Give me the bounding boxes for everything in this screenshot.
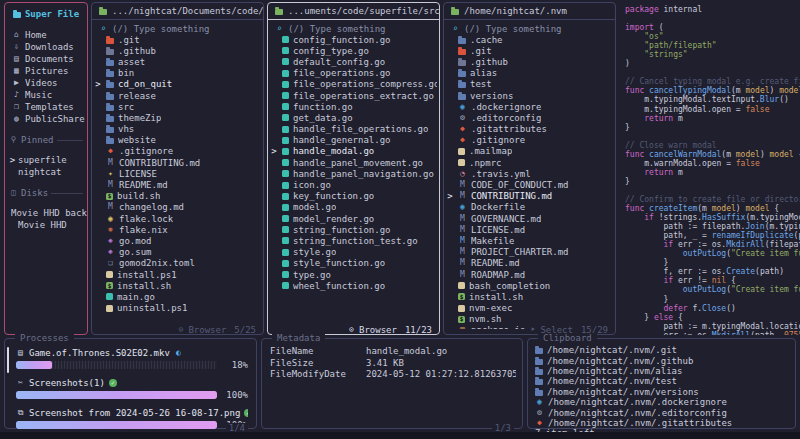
pinned-item-nightcat[interactable]: nightcat <box>9 166 83 178</box>
sidebar-item-downloads[interactable]: ⇩Downloads <box>9 41 83 53</box>
file-row[interactable]: MREADME.md <box>446 258 613 269</box>
file-row[interactable]: MCODE_OF_CONDUCT.md <box>446 179 613 190</box>
clipboard-item[interactable]: /home/nightcat/.nvm/alias <box>535 366 789 376</box>
file-row[interactable]: ◆.gitignore <box>94 146 261 157</box>
sidebar-item-templates[interactable]: ❒Templates <box>9 101 83 113</box>
file-row[interactable]: icon.go <box>270 179 437 190</box>
file-row[interactable]: file_operations_extract.go <box>270 90 437 101</box>
clipboard-item[interactable]: /home/nightcat/.nvm/test <box>535 376 789 386</box>
file-row[interactable]: key_function.go <box>270 191 437 202</box>
clipboard-item[interactable]: /home/nightcat/.nvm/versions <box>535 387 789 397</box>
file-row[interactable]: .mailmap <box>446 146 613 157</box>
clipboard-item[interactable]: /home/nightcat/.nvm/.git <box>535 345 789 355</box>
file-row[interactable]: ✦LICENSE <box>94 168 261 179</box>
disk-item-movie-hhd[interactable]: Movie HHD <box>9 219 83 231</box>
file-row[interactable]: MROADMAP.md <box>446 269 613 280</box>
file-row[interactable]: >cd_on_quit <box>94 79 261 90</box>
file-row[interactable]: .github <box>94 45 261 56</box>
clipboard-item[interactable]: ⚙/home/nightcat/.nvm/.editorconfig <box>535 407 789 417</box>
file-row[interactable]: handle_file_operations.go <box>270 124 437 135</box>
file-row[interactable]: >handle_modal.go <box>270 146 437 157</box>
process-entry[interactable]: ▤Game.of.Thrones.S02E02.mkv◐18% <box>16 347 248 370</box>
sidebar-item-home[interactable]: ⌂Home <box>9 29 83 41</box>
file-row[interactable]: asset <box>94 56 261 67</box>
file-row[interactable]: ◆.gitignore <box>446 135 613 146</box>
file-row[interactable]: MMakefile <box>446 235 613 246</box>
processes-scrollbar[interactable] <box>7 347 9 373</box>
metadata-row[interactable]: FileNamehandle_modal.go <box>270 346 516 358</box>
file-row[interactable]: install.ps1 <box>94 269 261 280</box>
file-row[interactable]: style.go <box>270 247 437 258</box>
file-row[interactable]: ❅flake.nix <box>94 224 261 235</box>
sidebar-item-pictures[interactable]: ▦Pictures <box>9 65 83 77</box>
file-row[interactable]: ◈go.mod <box>94 235 261 246</box>
file-row[interactable]: MLICENSE.md <box>446 224 613 235</box>
file-panel-1[interactable]: .../nightcat/Documents/code/superfile⌕(/… <box>91 2 264 335</box>
file-row[interactable]: ❏gomod2nix.toml <box>94 258 261 269</box>
file-row[interactable]: ◉flake.lock <box>94 213 261 224</box>
file-row[interactable]: .github <box>446 56 613 67</box>
file-row[interactable]: $install.sh <box>446 291 613 302</box>
process-entry[interactable]: ⧉Screenshot from 2024-05-26 16-08-17.png… <box>16 407 248 430</box>
file-row[interactable]: wheel_function.go <box>270 280 437 291</box>
file-row[interactable]: $build.sh <box>94 191 261 202</box>
file-row[interactable]: file_operations_compress.go <box>270 79 437 90</box>
file-row[interactable]: MPROJECT_CHARTER.md <box>446 247 613 258</box>
file-row[interactable]: $install.sh <box>94 280 261 291</box>
file-row[interactable]: ◈go.sum <box>94 247 261 258</box>
file-row[interactable]: uninstall.ps1 <box>94 303 261 314</box>
file-row[interactable]: ◆.gitattributes <box>446 124 613 135</box>
file-row[interactable]: versions <box>446 90 613 101</box>
file-row[interactable]: release <box>94 90 261 101</box>
file-row[interactable]: style_function.go <box>270 258 437 269</box>
file-row[interactable]: bash_completion <box>446 280 613 291</box>
file-row[interactable]: config_function.go <box>270 34 437 45</box>
file-row[interactable]: handle_panel_navigation.go <box>270 168 437 179</box>
metadata-row[interactable]: FileSize3.41 KB <box>270 358 516 370</box>
file-row[interactable]: .git <box>446 45 613 56</box>
file-row[interactable]: ⚙.editorconfig <box>446 112 613 123</box>
file-row[interactable]: themeZip <box>94 112 261 123</box>
search-input[interactable]: ⌕(/) Type something <box>444 20 615 35</box>
disk-item-movie-hhd-backu-[interactable]: Movie HHD backu... <box>9 207 83 219</box>
sidebar-item-documents[interactable]: ▤Documents <box>9 53 83 65</box>
file-row[interactable]: MGOVERNANCE.md <box>446 213 613 224</box>
file-row[interactable]: string_function_test.go <box>270 235 437 246</box>
file-row[interactable]: MCONTRIBUTING.md <box>94 157 261 168</box>
file-row[interactable]: file_operations.go <box>270 68 437 79</box>
file-panel-2[interactable]: ...uments/code/superfile/src/internal⌕(/… <box>267 2 440 335</box>
file-row[interactable]: website <box>94 135 261 146</box>
file-row[interactable]: type.go <box>270 269 437 280</box>
file-row[interactable]: vhs <box>94 124 261 135</box>
sidebar-item-publicshare[interactable]: ◍PublicShare <box>9 113 83 125</box>
file-row[interactable]: string_function.go <box>270 224 437 235</box>
sidebar-item-music[interactable]: ♪Music <box>9 89 83 101</box>
file-row[interactable]: bin <box>94 68 261 79</box>
file-row[interactable]: alias <box>446 68 613 79</box>
file-row[interactable]: nvm-exec <box>446 303 613 314</box>
process-entry[interactable]: ✂Screenshots(1)✓100% <box>16 377 248 400</box>
file-row[interactable]: >MCONTRIBUTING.md <box>446 191 613 202</box>
file-row[interactable]: ◔.travis.yml <box>446 168 613 179</box>
pinned-item-superfile[interactable]: >superfile <box>9 154 83 166</box>
file-row[interactable]: .cache <box>446 34 613 45</box>
file-row[interactable]: config_type.go <box>270 45 437 56</box>
file-row[interactable]: model_render.go <box>270 213 437 224</box>
file-row[interactable]: get_data.go <box>270 112 437 123</box>
clipboard-item[interactable]: /home/nightcat/.nvm/.github <box>535 355 789 365</box>
file-row[interactable]: function.go <box>270 101 437 112</box>
file-row[interactable]: MREADME.md <box>94 179 261 190</box>
file-row[interactable]: Mchangelog.md <box>94 202 261 213</box>
metadata-row[interactable]: FileModifyDate2024-05-12 01:27:12.812637… <box>270 369 516 381</box>
file-row[interactable]: default_config.go <box>270 56 437 67</box>
file-row[interactable]: model.go <box>270 202 437 213</box>
file-row[interactable]: ◉.dockerignore <box>446 101 613 112</box>
file-row[interactable]: $nvm.sh <box>446 314 613 325</box>
file-row[interactable]: src <box>94 101 261 112</box>
file-row[interactable]: ◉Dockerfile <box>446 202 613 213</box>
file-row[interactable]: .npmrc <box>446 157 613 168</box>
file-panel-3[interactable]: /home/nightcat/.nvm⌕(/) Type something.c… <box>443 2 616 335</box>
clipboard-item[interactable]: ◆/home/nightcat/.nvm/.gitattributes <box>535 418 789 428</box>
file-row[interactable]: handle_panel_movement.go <box>270 157 437 168</box>
file-row[interactable]: test <box>446 79 613 90</box>
